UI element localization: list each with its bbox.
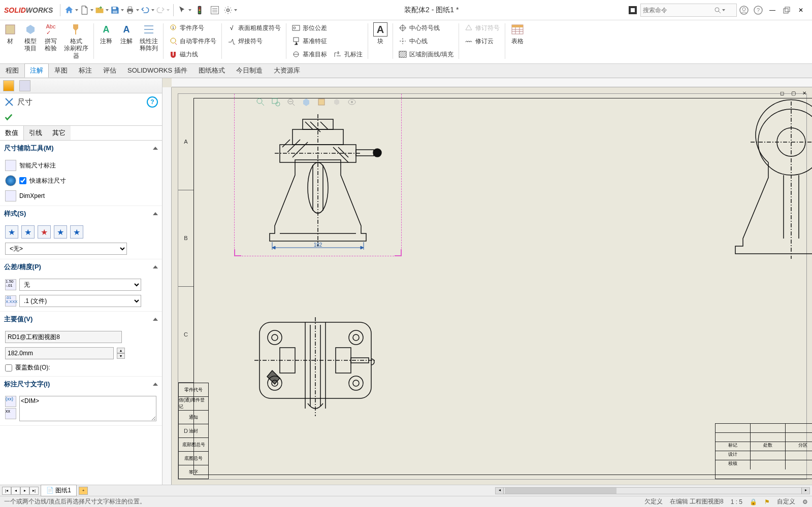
tab-addins[interactable]: SOLIDWORKS 插件 — [122, 63, 193, 78]
section-icon[interactable] — [300, 96, 312, 108]
status-flag-icon[interactable]: ⚑ — [764, 498, 770, 505]
prec-select[interactable]: .1 (文件) — [19, 295, 141, 307]
sec-style[interactable]: 样式(S) — [0, 206, 162, 221]
pm-tab-leaders[interactable]: 引线 — [24, 126, 47, 140]
row-quick-dim[interactable]: 快速标注尺寸 — [5, 173, 157, 188]
tol-select[interactable]: 无 — [19, 279, 141, 291]
rb-datum-target[interactable]: 基准目标 — [288, 48, 330, 61]
drawing-canvas[interactable]: ABCD — [163, 78, 812, 485]
minimize-button[interactable]: — — [765, 3, 779, 17]
sec-primary[interactable]: 主要值(V) — [0, 312, 162, 327]
sec-tolerance[interactable]: 公差/精度(P) — [0, 259, 162, 275]
sheet-last[interactable]: ▸| — [29, 487, 39, 495]
rb-hatch[interactable]: 区域剖面线/填充 — [395, 48, 457, 61]
hide-show-icon[interactable] — [331, 96, 343, 108]
sheet-add[interactable]: + — [79, 487, 88, 495]
prim-val-input[interactable] — [5, 347, 114, 359]
tab-resources[interactable]: 大资源库 — [268, 63, 306, 78]
zoom-prev-icon[interactable] — [285, 96, 297, 108]
tab-sketch[interactable]: 草图 — [49, 63, 73, 78]
tab-today[interactable]: 今日制造 — [231, 63, 268, 78]
redo-icon[interactable] — [155, 3, 170, 18]
cb-override[interactable] — [5, 364, 12, 371]
user-icon[interactable] — [737, 3, 751, 17]
style-btn-4[interactable]: ★ — [54, 225, 67, 239]
style-btn-2[interactable]: ★ — [21, 225, 35, 239]
rb-weld[interactable]: 焊接符号 — [224, 35, 284, 48]
rb-spell[interactable]: Abc✓拼写检验 — [41, 20, 61, 54]
sheet-next[interactable]: ▸ — [20, 487, 29, 495]
sheet-prev[interactable]: ◂ — [11, 487, 20, 495]
rb-hole-callout[interactable]: 孔标注 — [330, 48, 366, 61]
rb-table[interactable]: 表格 — [507, 20, 528, 47]
zoom-fit-icon[interactable] — [254, 96, 267, 108]
tab-sheet-format[interactable]: 图纸格式 — [193, 63, 231, 78]
gear-icon[interactable] — [222, 3, 238, 18]
select-icon[interactable] — [177, 3, 192, 18]
rb-gtol[interactable]: 形位公差 — [288, 21, 330, 35]
save-icon[interactable] — [109, 3, 124, 18]
rb-model-items[interactable]: 模型项目 — [20, 20, 41, 54]
zoom-area-icon[interactable] — [270, 96, 282, 108]
dim-text-area[interactable]: <DIM> — [19, 396, 156, 421]
style-btn-5[interactable]: ★ — [70, 225, 83, 239]
undo-icon[interactable] — [140, 3, 155, 18]
sec-dim-text[interactable]: 标注尺寸文字(I) — [0, 377, 162, 392]
view-max-icon[interactable]: ▢ — [789, 88, 798, 97]
status-gear-icon[interactable]: ⚙ — [802, 498, 808, 505]
sheet-first[interactable]: |◂ — [2, 487, 11, 495]
search-icon[interactable] — [714, 7, 721, 14]
new-doc-icon[interactable] — [79, 3, 94, 18]
rb-balloon[interactable]: 1零件序号 — [166, 21, 219, 35]
status-custom[interactable]: 自定义 — [777, 497, 795, 506]
rb-material[interactable]: 材 — [0, 20, 20, 47]
tab-drawing[interactable]: 程图 — [0, 63, 24, 78]
close-button[interactable]: ✕ — [794, 3, 808, 17]
home-icon[interactable] — [63, 3, 79, 18]
rb-centerline[interactable]: 中心线 — [395, 35, 457, 48]
search-input[interactable] — [643, 7, 714, 14]
h-scrollbar[interactable]: ◂ ▸ — [495, 487, 810, 494]
btn-xx2[interactable]: xx — [5, 408, 16, 419]
traffic-icon[interactable] — [192, 3, 207, 18]
options-box-icon[interactable] — [625, 3, 640, 18]
pm-tab-value[interactable]: 数值 — [0, 126, 24, 140]
print-icon[interactable] — [124, 3, 140, 18]
sec-dim-tools[interactable]: 尺寸辅助工具(M) — [0, 141, 162, 156]
help-icon[interactable]: ? — [751, 3, 765, 17]
pm-icon-1[interactable] — [3, 80, 14, 91]
row-dimxpert[interactable]: DimXpert — [5, 188, 157, 204]
pm-ok-button[interactable] — [0, 111, 162, 125]
sheet-tab-1[interactable]: 📄 图纸1 — [41, 485, 77, 496]
rb-linear-pattern[interactable]: 线性注释阵列 — [137, 20, 161, 54]
pm-icon-2[interactable] — [19, 80, 30, 91]
tab-evaluate[interactable]: 评估 — [98, 63, 122, 78]
rb-note[interactable]: A注释 — [96, 20, 116, 47]
restore-button[interactable] — [779, 3, 794, 17]
rb-rev-cloud[interactable]: 修订云 — [461, 35, 503, 48]
status-lock-icon[interactable]: 🔒 — [750, 498, 757, 505]
rb-surface-finish[interactable]: √表面粗糙度符号 — [224, 21, 284, 35]
tab-markup[interactable]: 标注 — [73, 63, 98, 78]
prim-name-input[interactable] — [5, 331, 122, 343]
rb-magnetic[interactable]: 磁力线 — [166, 48, 219, 61]
cb-quick-dim[interactable] — [19, 177, 26, 184]
tab-annotation[interactable]: 注解 — [24, 63, 49, 78]
spin-up[interactable]: ▲ — [117, 348, 125, 353]
style-select[interactable]: <无> — [5, 243, 127, 255]
eye-icon[interactable] — [346, 96, 358, 108]
style-btn-1[interactable]: ★ — [5, 225, 18, 239]
open-icon[interactable] — [94, 3, 109, 18]
rb-datum[interactable]: 基准特征 — [288, 35, 330, 48]
rb-center-mark[interactable]: 中心符号线 — [395, 21, 457, 35]
rb-block[interactable]: A块 — [370, 20, 391, 47]
rb-annotation[interactable]: A注解 — [116, 20, 137, 47]
spin-down[interactable]: ▼ — [117, 353, 125, 359]
list-icon[interactable] — [207, 3, 222, 18]
search-box[interactable] — [640, 4, 737, 17]
status-scale[interactable]: 1 : 5 — [731, 498, 742, 505]
view-restore-icon[interactable]: ◻ — [777, 88, 787, 97]
row-smart-dim[interactable]: 智能尺寸标注 — [5, 158, 157, 173]
pm-help-icon[interactable]: ? — [147, 96, 158, 108]
rb-auto-balloon[interactable]: 自动零件序号 — [166, 35, 219, 48]
